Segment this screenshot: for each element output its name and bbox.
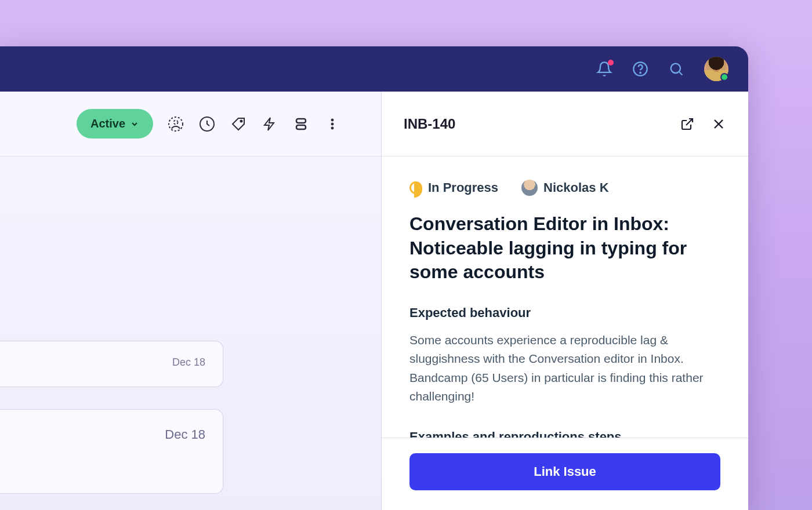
svg-point-1: [640, 72, 640, 73]
svg-point-12: [331, 127, 334, 129]
board-card[interactable]: Dec 18: [0, 341, 223, 387]
issue-panel: INB-140 In Progress: [382, 92, 748, 510]
priority-filter-icon[interactable]: [261, 115, 278, 133]
help-icon[interactable]: [632, 61, 648, 77]
svg-point-5: [174, 120, 178, 124]
panel-header: INB-140: [382, 92, 748, 156]
presence-indicator: [720, 73, 728, 81]
tag-filter-icon[interactable]: [230, 115, 247, 133]
open-external-icon[interactable]: [680, 116, 695, 132]
section-body: Some accounts experience a reproducible …: [409, 331, 720, 406]
layout-icon[interactable]: [292, 115, 310, 133]
section-heading: Expected behaviour: [409, 305, 720, 320]
filter-toolbar: Active: [0, 92, 381, 156]
panel-header-actions: [680, 116, 726, 132]
svg-rect-8: [296, 119, 306, 123]
close-icon[interactable]: [711, 116, 726, 132]
status-badge[interactable]: In Progress: [409, 180, 498, 195]
section-heading: Examples and reproductions steps: [409, 429, 720, 438]
svg-rect-9: [296, 125, 306, 129]
chip-label: Active: [90, 117, 125, 130]
notifications-icon[interactable]: [596, 61, 612, 77]
board-column: Active: [0, 92, 382, 510]
assignee-name: Nickolas K: [543, 180, 609, 195]
assignee[interactable]: Nickolas K: [521, 180, 609, 196]
assignee-filter-icon[interactable]: [167, 115, 184, 133]
card-date: Dec 18: [172, 356, 205, 371]
issue-id: INB-140: [404, 116, 680, 132]
panel-footer: Link Issue: [382, 438, 748, 510]
active-filter-chip[interactable]: Active: [77, 109, 153, 139]
panel-scroll[interactable]: In Progress Nickolas K Conversation Edit…: [382, 156, 748, 438]
chevron-down-icon: [130, 119, 139, 129]
svg-line-3: [679, 72, 682, 75]
search-icon[interactable]: [668, 61, 684, 77]
svg-point-2: [671, 64, 680, 73]
status-icon: [409, 181, 422, 194]
more-icon[interactable]: [324, 115, 341, 133]
svg-point-10: [331, 119, 334, 121]
content-body: Active: [0, 92, 748, 510]
issue-meta: In Progress Nickolas K: [409, 180, 720, 196]
status-label: In Progress: [428, 180, 498, 195]
assignee-avatar: [521, 180, 538, 196]
link-issue-button[interactable]: Link Issue: [409, 453, 720, 490]
svg-point-7: [241, 120, 242, 122]
user-avatar[interactable]: [704, 57, 728, 81]
button-label: Link Issue: [534, 464, 596, 479]
svg-point-11: [331, 123, 334, 125]
time-filter-icon[interactable]: [198, 115, 216, 133]
svg-point-4: [169, 117, 183, 131]
issue-title: Conversation Editor in Inbox: Noticeable…: [409, 212, 720, 285]
panel-body: In Progress Nickolas K Conversation Edit…: [382, 156, 748, 510]
board-card[interactable]: Dec 18: [0, 409, 223, 494]
notification-badge: [608, 60, 614, 65]
top-nav: [0, 46, 748, 92]
app-window: Active: [0, 46, 748, 510]
card-date: Dec 18: [165, 427, 205, 478]
